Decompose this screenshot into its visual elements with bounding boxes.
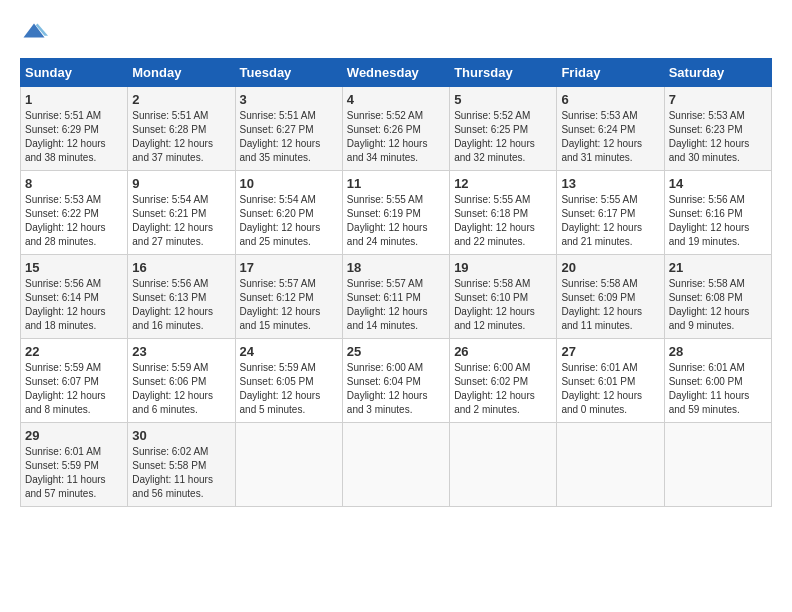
calendar-cell: 27Sunrise: 6:01 AM Sunset: 6:01 PM Dayli… [557, 339, 664, 423]
day-info: Sunrise: 5:56 AM Sunset: 6:16 PM Dayligh… [669, 193, 767, 249]
day-number: 19 [454, 260, 552, 275]
calendar-cell: 16Sunrise: 5:56 AM Sunset: 6:13 PM Dayli… [128, 255, 235, 339]
calendar-cell: 18Sunrise: 5:57 AM Sunset: 6:11 PM Dayli… [342, 255, 449, 339]
calendar-cell: 10Sunrise: 5:54 AM Sunset: 6:20 PM Dayli… [235, 171, 342, 255]
day-number: 6 [561, 92, 659, 107]
calendar-cell [450, 423, 557, 507]
day-number: 21 [669, 260, 767, 275]
day-number: 22 [25, 344, 123, 359]
calendar-cell: 11Sunrise: 5:55 AM Sunset: 6:19 PM Dayli… [342, 171, 449, 255]
day-info: Sunrise: 5:58 AM Sunset: 6:10 PM Dayligh… [454, 277, 552, 333]
day-number: 27 [561, 344, 659, 359]
day-number: 8 [25, 176, 123, 191]
calendar-week-row: 15Sunrise: 5:56 AM Sunset: 6:14 PM Dayli… [21, 255, 772, 339]
header-monday: Monday [128, 59, 235, 87]
calendar-cell: 30Sunrise: 6:02 AM Sunset: 5:58 PM Dayli… [128, 423, 235, 507]
header-sunday: Sunday [21, 59, 128, 87]
day-number: 24 [240, 344, 338, 359]
day-info: Sunrise: 6:01 AM Sunset: 6:00 PM Dayligh… [669, 361, 767, 417]
day-number: 29 [25, 428, 123, 443]
calendar-cell: 14Sunrise: 5:56 AM Sunset: 6:16 PM Dayli… [664, 171, 771, 255]
day-info: Sunrise: 5:59 AM Sunset: 6:06 PM Dayligh… [132, 361, 230, 417]
day-info: Sunrise: 5:53 AM Sunset: 6:23 PM Dayligh… [669, 109, 767, 165]
calendar-cell: 2Sunrise: 5:51 AM Sunset: 6:28 PM Daylig… [128, 87, 235, 171]
calendar-cell [235, 423, 342, 507]
calendar-cell: 24Sunrise: 5:59 AM Sunset: 6:05 PM Dayli… [235, 339, 342, 423]
day-number: 4 [347, 92, 445, 107]
day-info: Sunrise: 5:54 AM Sunset: 6:21 PM Dayligh… [132, 193, 230, 249]
calendar-cell: 15Sunrise: 5:56 AM Sunset: 6:14 PM Dayli… [21, 255, 128, 339]
day-info: Sunrise: 5:58 AM Sunset: 6:08 PM Dayligh… [669, 277, 767, 333]
day-info: Sunrise: 5:59 AM Sunset: 6:07 PM Dayligh… [25, 361, 123, 417]
day-number: 18 [347, 260, 445, 275]
page-header [20, 20, 772, 48]
calendar-cell [342, 423, 449, 507]
calendar-cell: 25Sunrise: 6:00 AM Sunset: 6:04 PM Dayli… [342, 339, 449, 423]
day-info: Sunrise: 6:02 AM Sunset: 5:58 PM Dayligh… [132, 445, 230, 501]
day-info: Sunrise: 6:01 AM Sunset: 5:59 PM Dayligh… [25, 445, 123, 501]
day-number: 11 [347, 176, 445, 191]
day-info: Sunrise: 5:55 AM Sunset: 6:19 PM Dayligh… [347, 193, 445, 249]
day-info: Sunrise: 5:52 AM Sunset: 6:25 PM Dayligh… [454, 109, 552, 165]
header-tuesday: Tuesday [235, 59, 342, 87]
day-number: 7 [669, 92, 767, 107]
calendar-table: SundayMondayTuesdayWednesdayThursdayFrid… [20, 58, 772, 507]
calendar-week-row: 29Sunrise: 6:01 AM Sunset: 5:59 PM Dayli… [21, 423, 772, 507]
day-info: Sunrise: 5:52 AM Sunset: 6:26 PM Dayligh… [347, 109, 445, 165]
calendar-cell: 4Sunrise: 5:52 AM Sunset: 6:26 PM Daylig… [342, 87, 449, 171]
calendar-cell: 19Sunrise: 5:58 AM Sunset: 6:10 PM Dayli… [450, 255, 557, 339]
day-info: Sunrise: 5:51 AM Sunset: 6:27 PM Dayligh… [240, 109, 338, 165]
calendar-cell [557, 423, 664, 507]
day-number: 23 [132, 344, 230, 359]
day-info: Sunrise: 5:54 AM Sunset: 6:20 PM Dayligh… [240, 193, 338, 249]
day-number: 30 [132, 428, 230, 443]
day-info: Sunrise: 5:53 AM Sunset: 6:24 PM Dayligh… [561, 109, 659, 165]
calendar-cell: 6Sunrise: 5:53 AM Sunset: 6:24 PM Daylig… [557, 87, 664, 171]
day-number: 10 [240, 176, 338, 191]
day-info: Sunrise: 5:53 AM Sunset: 6:22 PM Dayligh… [25, 193, 123, 249]
calendar-cell: 7Sunrise: 5:53 AM Sunset: 6:23 PM Daylig… [664, 87, 771, 171]
calendar-week-row: 1Sunrise: 5:51 AM Sunset: 6:29 PM Daylig… [21, 87, 772, 171]
day-number: 25 [347, 344, 445, 359]
day-info: Sunrise: 5:59 AM Sunset: 6:05 PM Dayligh… [240, 361, 338, 417]
day-info: Sunrise: 5:56 AM Sunset: 6:14 PM Dayligh… [25, 277, 123, 333]
header-thursday: Thursday [450, 59, 557, 87]
calendar-cell: 23Sunrise: 5:59 AM Sunset: 6:06 PM Dayli… [128, 339, 235, 423]
calendar-cell: 20Sunrise: 5:58 AM Sunset: 6:09 PM Dayli… [557, 255, 664, 339]
day-number: 15 [25, 260, 123, 275]
day-info: Sunrise: 5:58 AM Sunset: 6:09 PM Dayligh… [561, 277, 659, 333]
day-number: 12 [454, 176, 552, 191]
day-number: 28 [669, 344, 767, 359]
day-info: Sunrise: 6:00 AM Sunset: 6:02 PM Dayligh… [454, 361, 552, 417]
day-info: Sunrise: 5:55 AM Sunset: 6:17 PM Dayligh… [561, 193, 659, 249]
calendar-cell: 1Sunrise: 5:51 AM Sunset: 6:29 PM Daylig… [21, 87, 128, 171]
day-info: Sunrise: 5:51 AM Sunset: 6:29 PM Dayligh… [25, 109, 123, 165]
day-number: 9 [132, 176, 230, 191]
logo-icon [20, 20, 48, 48]
day-number: 2 [132, 92, 230, 107]
day-info: Sunrise: 6:01 AM Sunset: 6:01 PM Dayligh… [561, 361, 659, 417]
day-number: 20 [561, 260, 659, 275]
day-number: 17 [240, 260, 338, 275]
calendar-cell: 12Sunrise: 5:55 AM Sunset: 6:18 PM Dayli… [450, 171, 557, 255]
day-info: Sunrise: 5:57 AM Sunset: 6:12 PM Dayligh… [240, 277, 338, 333]
day-number: 26 [454, 344, 552, 359]
day-info: Sunrise: 5:56 AM Sunset: 6:13 PM Dayligh… [132, 277, 230, 333]
logo [20, 20, 52, 48]
calendar-week-row: 22Sunrise: 5:59 AM Sunset: 6:07 PM Dayli… [21, 339, 772, 423]
header-saturday: Saturday [664, 59, 771, 87]
calendar-cell: 13Sunrise: 5:55 AM Sunset: 6:17 PM Dayli… [557, 171, 664, 255]
day-number: 3 [240, 92, 338, 107]
day-info: Sunrise: 6:00 AM Sunset: 6:04 PM Dayligh… [347, 361, 445, 417]
day-number: 13 [561, 176, 659, 191]
day-info: Sunrise: 5:57 AM Sunset: 6:11 PM Dayligh… [347, 277, 445, 333]
header-wednesday: Wednesday [342, 59, 449, 87]
calendar-cell: 29Sunrise: 6:01 AM Sunset: 5:59 PM Dayli… [21, 423, 128, 507]
calendar-cell: 28Sunrise: 6:01 AM Sunset: 6:00 PM Dayli… [664, 339, 771, 423]
calendar-cell: 9Sunrise: 5:54 AM Sunset: 6:21 PM Daylig… [128, 171, 235, 255]
calendar-cell: 17Sunrise: 5:57 AM Sunset: 6:12 PM Dayli… [235, 255, 342, 339]
day-info: Sunrise: 5:51 AM Sunset: 6:28 PM Dayligh… [132, 109, 230, 165]
day-number: 1 [25, 92, 123, 107]
calendar-cell [664, 423, 771, 507]
header-friday: Friday [557, 59, 664, 87]
